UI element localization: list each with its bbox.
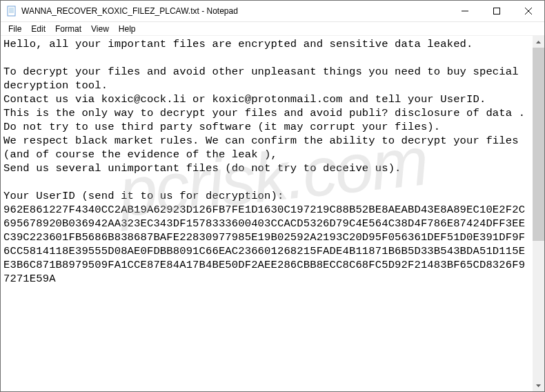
close-button[interactable] [513, 1, 544, 21]
menu-edit[interactable]: Edit [26, 23, 50, 35]
minimize-button[interactable] [449, 1, 481, 21]
window-title: WANNA_RECOVER_KOXIC_FILEZ_PLCAW.txt - No… [21, 6, 449, 16]
minimize-icon [462, 8, 468, 14]
menu-format[interactable]: Format [50, 23, 86, 35]
notepad-icon [6, 6, 17, 17]
window-controls [449, 1, 544, 21]
menu-help[interactable]: Help [114, 23, 141, 35]
maximize-button[interactable] [481, 1, 513, 21]
scroll-up-arrow[interactable] [533, 36, 544, 48]
menu-view[interactable]: View [86, 23, 114, 35]
close-icon [525, 8, 532, 14]
menubar: File Edit Format View Help [1, 22, 544, 36]
menu-file[interactable]: File [3, 23, 26, 35]
content-wrapper: Hello, all your important files are encr… [1, 36, 544, 391]
svg-rect-6 [494, 8, 500, 14]
scroll-down-arrow[interactable] [533, 380, 544, 391]
scroll-thumb[interactable] [533, 48, 544, 241]
chevron-up-icon [536, 41, 541, 43]
maximize-icon [493, 8, 500, 14]
vertical-scrollbar[interactable] [533, 36, 544, 391]
scroll-track[interactable] [533, 48, 544, 380]
titlebar: WANNA_RECOVER_KOXIC_FILEZ_PLCAW.txt - No… [1, 1, 544, 22]
text-content[interactable]: Hello, all your important files are encr… [1, 36, 533, 391]
chevron-down-icon [536, 384, 541, 387]
